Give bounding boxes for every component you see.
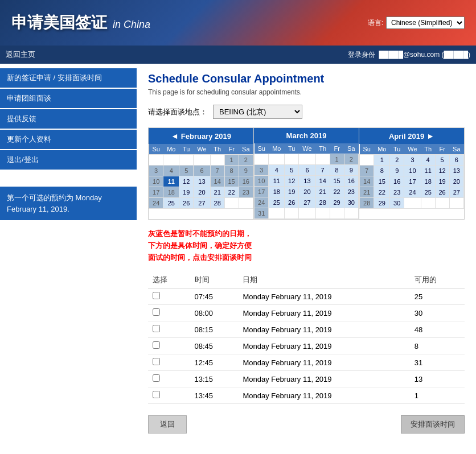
cal-cell[interactable]: 12 <box>435 166 449 176</box>
cal-cell[interactable]: 20 <box>449 176 463 187</box>
cal-cell[interactable]: 19 <box>179 187 194 198</box>
cal-cell[interactable]: 22 <box>374 187 390 198</box>
cal-cell[interactable]: 11 <box>421 166 435 176</box>
cal-cell[interactable]: 13 <box>299 176 315 187</box>
cal-header-mar: March 2019 <box>254 128 359 143</box>
cal-cell <box>404 198 421 209</box>
cal-cell[interactable]: 12 <box>179 176 194 187</box>
cal-cell[interactable]: 14 <box>315 176 330 187</box>
sidebar-item-new-appointment[interactable]: 新的签证申请 / 安排面谈时间 <box>0 68 137 88</box>
cal-cell[interactable]: 13 <box>194 176 210 187</box>
cal-cell[interactable]: 7 <box>315 165 330 176</box>
cal-cell[interactable]: 3 <box>404 155 421 166</box>
cal-cell: 7 <box>210 166 224 176</box>
time-checkbox-0[interactable] <box>153 292 160 299</box>
col-available: 可用的 <box>410 272 465 288</box>
lang-label: 语言: <box>368 18 383 28</box>
cal-cell[interactable]: 28 <box>315 197 330 208</box>
header: 申请美国签证 in China 语言: Chinese (Simplified)… <box>0 0 476 46</box>
cal-cell[interactable]: 11 <box>269 176 285 187</box>
home-link[interactable]: 返回主页 <box>6 49 35 60</box>
cal-cell[interactable]: 6 <box>449 155 463 166</box>
cal-cell[interactable]: 24 <box>404 187 421 198</box>
schedule-button[interactable]: 安排面谈时间 <box>401 415 465 434</box>
row-time-cell: 12:45 <box>190 354 239 371</box>
cal-cell[interactable]: 20 <box>299 187 315 197</box>
cal-cell[interactable]: 27 <box>299 197 315 208</box>
cal-cell[interactable]: 18 <box>421 176 435 187</box>
time-checkbox-6[interactable] <box>153 391 160 398</box>
cal-cell[interactable]: 5 <box>435 155 449 166</box>
cal-cell: 2 <box>239 155 253 166</box>
cal-cell[interactable]: 30 <box>390 198 404 209</box>
cal-cell[interactable]: 26 <box>435 187 449 198</box>
cal-cell[interactable]: 4 <box>269 165 285 176</box>
sidebar-item-feedback[interactable]: 提供反馈 <box>0 109 137 129</box>
cal-cell[interactable]: 16 <box>390 176 404 187</box>
cal-cell <box>299 154 315 165</box>
cal-cell <box>224 198 239 209</box>
cal-cell[interactable]: 16 <box>344 176 358 187</box>
cal-cell[interactable]: 19 <box>285 187 299 197</box>
time-checkbox-3[interactable] <box>153 341 160 349</box>
cal-cell[interactable]: 25 <box>269 197 285 208</box>
cal-cell[interactable]: 8 <box>330 165 344 176</box>
cal-cell[interactable]: 29 <box>330 197 344 208</box>
cal-cell[interactable]: 17 <box>404 176 421 187</box>
cal-cell[interactable]: 27 <box>449 187 463 198</box>
cal-cell[interactable]: 8 <box>374 166 390 176</box>
cal-cell[interactable]: 9 <box>344 165 358 176</box>
cal-cell[interactable]: 4 <box>421 155 435 166</box>
cal-cell[interactable]: 29 <box>374 198 390 209</box>
cal-cell[interactable]: 28 <box>210 198 224 209</box>
cal-cell[interactable]: 21 <box>315 187 330 197</box>
cal-th-su: Su <box>149 144 163 155</box>
cal-prev-button[interactable]: ◄ <box>171 131 179 141</box>
cal-cell[interactable]: 25 <box>421 187 435 198</box>
cal-cell-selected[interactable]: 11 <box>163 176 179 187</box>
location-select[interactable]: BEIING (北京) SHANGHAI (上海) GUANGZHOU (广州)… <box>213 105 302 119</box>
cal-cell[interactable]: 19 <box>435 176 449 187</box>
cal-cell[interactable]: 27 <box>194 198 210 209</box>
cal-next-button[interactable]: ► <box>426 131 434 141</box>
cal-cell[interactable]: 25 <box>163 198 179 209</box>
cal-cell[interactable]: 18 <box>269 187 285 197</box>
time-checkbox-1[interactable] <box>153 308 160 316</box>
back-button[interactable]: 返回 <box>148 415 187 434</box>
cal-cell[interactable]: 23 <box>390 187 404 198</box>
page-title: Schedule Consular Appointment <box>148 72 465 85</box>
cal-cell[interactable]: 15 <box>374 176 390 187</box>
cal-cell[interactable]: 20 <box>194 187 210 198</box>
sidebar-item-logout[interactable]: 退出/登出 <box>0 150 137 170</box>
cal-cell: 8 <box>224 166 239 176</box>
cal-cell[interactable]: 21 <box>210 187 224 198</box>
cal-cell[interactable]: 13 <box>449 166 463 176</box>
time-checkbox-4[interactable] <box>153 358 160 365</box>
cal-cell[interactable]: 26 <box>285 197 299 208</box>
cal-cell[interactable]: 6 <box>299 165 315 176</box>
cal-cell[interactable]: 30 <box>344 197 358 208</box>
cal-cell[interactable]: 26 <box>179 198 194 209</box>
sidebar-item-profile[interactable]: 更新个人资料 <box>0 130 137 149</box>
cal-cell[interactable]: 1 <box>374 155 390 166</box>
cal-cell: 16 <box>239 176 253 187</box>
cal-cell <box>269 208 285 219</box>
cal-cell[interactable]: 22 <box>330 187 344 197</box>
row-available-cell: 30 <box>410 305 465 321</box>
row-available-cell: 31 <box>410 354 465 371</box>
cal-cell: 15 <box>224 176 239 187</box>
cal-cell[interactable]: 2 <box>390 155 404 166</box>
time-checkbox-2[interactable] <box>153 325 160 332</box>
cal-cell[interactable]: 10 <box>404 166 421 176</box>
language-select[interactable]: Chinese (Simplified) English <box>386 16 465 29</box>
cal-cell[interactable]: 5 <box>285 165 299 176</box>
cal-cell[interactable]: 9 <box>390 166 404 176</box>
cal-cell: 1 <box>224 155 239 166</box>
cal-cell[interactable]: 12 <box>285 176 299 187</box>
cal-cell[interactable]: 23 <box>344 187 358 197</box>
sidebar-item-group[interactable]: 申请团组面谈 <box>0 89 137 108</box>
cal-cell[interactable]: 15 <box>330 176 344 187</box>
cal-cell[interactable]: 22 <box>224 187 239 198</box>
cal-grid-mar: SuMoTuWeThFrSa 1 2 3 4 5 <box>254 143 359 219</box>
time-checkbox-5[interactable] <box>153 374 160 382</box>
